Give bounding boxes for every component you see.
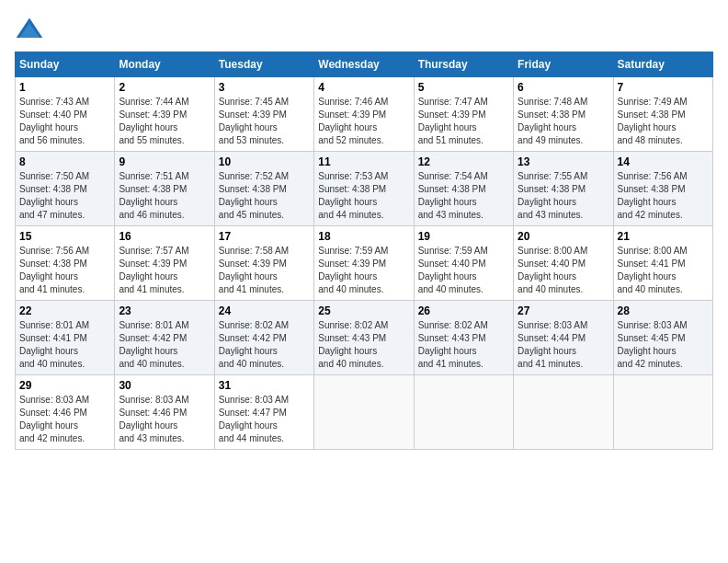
day-info: Sunrise: 7:49 AM Sunset: 4:38 PM Dayligh… (618, 96, 709, 147)
daylight-minutes: and 46 minutes. (119, 210, 184, 220)
sunrise-label: Sunrise: 7:52 AM (219, 171, 289, 181)
sunrise-label: Sunrise: 7:57 AM (119, 246, 188, 256)
sunset-label: Sunset: 4:42 PM (119, 333, 187, 343)
day-number: 22 (19, 304, 110, 317)
sunrise-label: Sunrise: 7:53 AM (318, 171, 388, 181)
day-number: 10 (219, 155, 310, 168)
sunset-label: Sunset: 4:40 PM (19, 109, 87, 120)
sunrise-label: Sunrise: 7:50 AM (19, 171, 89, 181)
day-info: Sunrise: 7:56 AM Sunset: 4:38 PM Dayligh… (618, 170, 709, 222)
daylight-label: Daylight hours (518, 271, 576, 282)
daylight-label: Daylight hours (418, 346, 477, 356)
daylight-label: Daylight hours (318, 122, 377, 132)
sunset-label: Sunset: 4:38 PM (518, 184, 586, 194)
day-number: 1 (19, 81, 110, 94)
sunset-label: Sunset: 4:39 PM (318, 109, 386, 120)
day-number: 8 (19, 155, 110, 168)
day-number: 14 (618, 155, 709, 168)
day-number: 5 (418, 81, 509, 94)
day-info: Sunrise: 7:57 AM Sunset: 4:39 PM Dayligh… (119, 245, 210, 296)
calendar-cell (414, 375, 513, 450)
daylight-minutes: and 41 minutes. (518, 359, 583, 369)
day-info: Sunrise: 7:50 AM Sunset: 4:38 PM Dayligh… (19, 170, 110, 222)
daylight-minutes: and 42 minutes. (618, 359, 683, 369)
calendar-cell: 5 Sunrise: 7:47 AM Sunset: 4:39 PM Dayli… (414, 77, 513, 152)
calendar-cell: 25 Sunrise: 8:02 AM Sunset: 4:43 PM Dayl… (314, 301, 414, 375)
day-info: Sunrise: 8:00 AM Sunset: 4:41 PM Dayligh… (618, 245, 709, 296)
calendar-cell: 22 Sunrise: 8:01 AM Sunset: 4:41 PM Dayl… (16, 301, 115, 375)
day-info: Sunrise: 7:54 AM Sunset: 4:38 PM Dayligh… (418, 170, 509, 222)
sunrise-label: Sunrise: 8:03 AM (219, 395, 289, 405)
day-number: 12 (418, 155, 509, 168)
calendar-cell: 6 Sunrise: 7:48 AM Sunset: 4:38 PM Dayli… (514, 77, 613, 152)
daylight-label: Daylight hours (19, 420, 78, 431)
sunrise-label: Sunrise: 8:02 AM (418, 320, 488, 330)
calendar-cell: 11 Sunrise: 7:53 AM Sunset: 4:38 PM Dayl… (314, 152, 414, 226)
day-info: Sunrise: 8:02 AM Sunset: 4:43 PM Dayligh… (418, 319, 509, 371)
sunset-label: Sunset: 4:38 PM (119, 184, 187, 194)
sunset-label: Sunset: 4:44 PM (518, 333, 586, 343)
calendar-table: SundayMondayTuesdayWednesdayThursdayFrid… (15, 52, 713, 450)
daylight-label: Daylight hours (618, 346, 677, 356)
day-number: 13 (518, 155, 609, 168)
day-info: Sunrise: 7:58 AM Sunset: 4:39 PM Dayligh… (219, 245, 310, 296)
sunset-label: Sunset: 4:38 PM (418, 184, 486, 194)
daylight-label: Daylight hours (418, 197, 477, 207)
daylight-minutes: and 47 minutes. (19, 210, 85, 220)
day-info: Sunrise: 8:03 AM Sunset: 4:46 PM Dayligh… (119, 394, 210, 445)
calendar-week-row: 15 Sunrise: 7:56 AM Sunset: 4:38 PM Dayl… (16, 226, 713, 301)
calendar-cell: 3 Sunrise: 7:45 AM Sunset: 4:39 PM Dayli… (214, 77, 313, 152)
weekday-header-thursday: Thursday (414, 52, 513, 77)
daylight-minutes: and 40 minutes. (318, 359, 383, 369)
daylight-label: Daylight hours (119, 122, 177, 132)
day-number: 11 (318, 155, 409, 168)
daylight-label: Daylight hours (119, 271, 177, 282)
day-number: 16 (119, 230, 210, 243)
daylight-minutes: and 49 minutes. (518, 135, 583, 145)
day-info: Sunrise: 7:47 AM Sunset: 4:39 PM Dayligh… (418, 96, 509, 147)
sunrise-label: Sunrise: 8:03 AM (19, 395, 89, 405)
calendar-cell: 20 Sunrise: 8:00 AM Sunset: 4:40 PM Dayl… (514, 226, 613, 301)
daylight-minutes: and 43 minutes. (518, 210, 583, 220)
calendar-cell: 15 Sunrise: 7:56 AM Sunset: 4:38 PM Dayl… (16, 226, 115, 301)
daylight-minutes: and 40 minutes. (418, 284, 483, 294)
day-number: 2 (119, 81, 210, 94)
calendar-cell: 24 Sunrise: 8:02 AM Sunset: 4:42 PM Dayl… (214, 301, 313, 375)
calendar-cell: 29 Sunrise: 8:03 AM Sunset: 4:46 PM Dayl… (16, 375, 115, 450)
sunset-label: Sunset: 4:39 PM (318, 259, 386, 269)
sunrise-label: Sunrise: 7:46 AM (318, 97, 388, 107)
daylight-label: Daylight hours (418, 122, 477, 132)
day-info: Sunrise: 8:02 AM Sunset: 4:42 PM Dayligh… (219, 319, 310, 371)
day-info: Sunrise: 8:03 AM Sunset: 4:44 PM Dayligh… (518, 319, 609, 371)
calendar-cell: 28 Sunrise: 8:03 AM Sunset: 4:45 PM Dayl… (613, 301, 712, 375)
weekday-header-wednesday: Wednesday (314, 52, 414, 77)
sunrise-label: Sunrise: 7:54 AM (418, 171, 488, 181)
calendar-cell: 12 Sunrise: 7:54 AM Sunset: 4:38 PM Dayl… (414, 152, 513, 226)
daylight-minutes: and 41 minutes. (119, 284, 184, 294)
sunset-label: Sunset: 4:42 PM (219, 333, 287, 343)
day-number: 9 (119, 155, 210, 168)
daylight-minutes: and 56 minutes. (19, 135, 85, 145)
sunrise-label: Sunrise: 7:45 AM (219, 97, 289, 107)
calendar-cell: 17 Sunrise: 7:58 AM Sunset: 4:39 PM Dayl… (214, 226, 313, 301)
day-number: 26 (418, 304, 509, 317)
sunset-label: Sunset: 4:43 PM (318, 333, 386, 343)
calendar-cell: 10 Sunrise: 7:52 AM Sunset: 4:38 PM Dayl… (214, 152, 313, 226)
day-number: 29 (19, 379, 110, 392)
sunset-label: Sunset: 4:38 PM (518, 109, 586, 120)
sunset-label: Sunset: 4:38 PM (219, 184, 287, 194)
daylight-label: Daylight hours (518, 197, 576, 207)
sunset-label: Sunset: 4:40 PM (418, 259, 486, 269)
sunrise-label: Sunrise: 8:01 AM (19, 320, 89, 330)
calendar-week-row: 8 Sunrise: 7:50 AM Sunset: 4:38 PM Dayli… (16, 152, 713, 226)
day-number: 3 (219, 81, 310, 94)
day-info: Sunrise: 7:59 AM Sunset: 4:39 PM Dayligh… (318, 245, 409, 296)
day-number: 20 (518, 230, 609, 243)
daylight-minutes: and 44 minutes. (219, 433, 284, 443)
daylight-label: Daylight hours (219, 346, 278, 356)
calendar-cell: 14 Sunrise: 7:56 AM Sunset: 4:38 PM Dayl… (613, 152, 712, 226)
day-info: Sunrise: 8:03 AM Sunset: 4:46 PM Dayligh… (19, 394, 110, 445)
daylight-label: Daylight hours (19, 122, 78, 132)
daylight-minutes: and 42 minutes. (618, 210, 683, 220)
calendar-week-row: 22 Sunrise: 8:01 AM Sunset: 4:41 PM Dayl… (16, 301, 713, 375)
